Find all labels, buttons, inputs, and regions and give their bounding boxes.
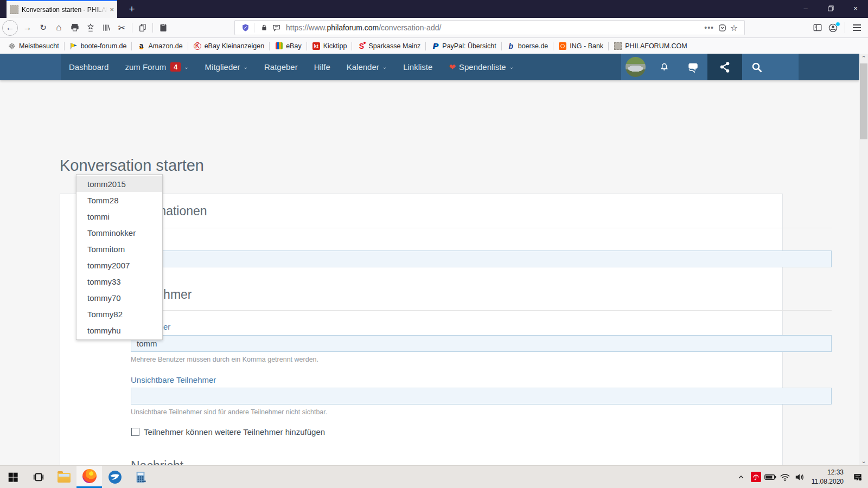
system-tray: 12:33 11.08.2020 — [734, 466, 868, 488]
invisible-participants-input[interactable] — [131, 388, 832, 404]
calculator-button[interactable] — [127, 466, 153, 488]
back-icon[interactable]: ← — [2, 20, 18, 36]
nav-item-label: Hilfe — [314, 62, 330, 72]
bookmark-label: Amazon.de — [148, 42, 182, 50]
start-button[interactable] — [0, 466, 25, 488]
bookmark-star-icon[interactable]: ☆ — [728, 22, 740, 34]
nav-item-linkliste[interactable]: Linkliste — [395, 54, 441, 80]
browser-toolbar: ←→↻⌂✂ https://www.philaforum.com/convers… — [0, 18, 868, 38]
taskbar-clock[interactable]: 12:33 11.08.2020 — [812, 468, 844, 485]
bell-icon[interactable] — [650, 54, 679, 80]
nav-item-ratgeber[interactable]: Ratgeber — [256, 54, 306, 80]
autocomplete-item[interactable]: tommyhu — [76, 322, 162, 338]
share-icon[interactable] — [707, 54, 742, 80]
sidebar-icon[interactable] — [809, 20, 825, 36]
ebay-k-icon: K — [193, 42, 202, 50]
nav-item-hilfe[interactable]: Hilfe — [306, 54, 339, 80]
nav-item-mitglieder[interactable]: Mitglieder⌄ — [197, 54, 256, 80]
bookmark-item[interactable]: bboerse.de — [503, 40, 552, 52]
tab-close-icon[interactable]: × — [110, 5, 114, 14]
scrollbar-up-icon[interactable]: ⌃ — [859, 54, 868, 62]
subject-input[interactable] — [131, 251, 832, 267]
page-actions-icon[interactable]: ••• — [704, 23, 714, 32]
address-bar[interactable]: https://www.philaforum.com/conversation-… — [234, 20, 745, 35]
restore-button[interactable] — [818, 0, 843, 17]
nav-item-label: zum Forum — [125, 62, 166, 72]
heart-icon: ❤ — [449, 62, 456, 72]
bookmark-item[interactable]: ING - Bank — [555, 40, 607, 52]
autocomplete-item[interactable]: tomm2015 — [76, 176, 162, 192]
permissions-icon[interactable] — [270, 22, 282, 34]
minimize-button[interactable]: – — [793, 0, 818, 17]
forward-icon[interactable]: → — [20, 20, 35, 36]
autocomplete-item[interactable]: Tommitom — [76, 241, 162, 257]
autocomplete-item[interactable]: tommy33 — [76, 273, 162, 290]
invisible-participants-label: Unsichtbare Teilnehmer — [131, 375, 216, 384]
notification-center-icon[interactable] — [850, 472, 865, 483]
bookmark-item[interactable]: ktKicktipp — [309, 40, 350, 52]
bookmark-item[interactable]: SSparkasse Mainz — [354, 40, 424, 52]
sparkasse-icon: S — [357, 42, 366, 50]
paste-icon[interactable] — [155, 20, 171, 36]
nav-item-label: Kalender — [347, 62, 379, 72]
bookmark-item[interactable]: Meistbesucht — [4, 40, 62, 52]
home-icon[interactable]: ⌂ — [51, 20, 67, 36]
taskbar-apps — [0, 466, 153, 488]
task-view-button[interactable] — [25, 466, 51, 488]
battery-icon[interactable] — [763, 472, 778, 482]
toolbar-right-controls — [809, 18, 865, 37]
autocomplete-item[interactable]: Tomm28 — [76, 192, 162, 208]
url-text[interactable]: https://www.philaforum.com/conversation-… — [286, 23, 702, 32]
copy-icon[interactable] — [135, 20, 150, 36]
print-icon[interactable] — [67, 20, 82, 36]
nav-item-dashboard[interactable]: Dashboard — [61, 54, 117, 80]
chevron-down-icon: ⌄ — [509, 64, 514, 70]
avira-icon[interactable] — [749, 472, 763, 482]
user-avatar[interactable] — [621, 54, 650, 80]
menu-icon[interactable] — [849, 20, 865, 36]
firefox-button[interactable] — [76, 466, 102, 488]
tracking-shield-icon[interactable] — [239, 22, 251, 34]
thunderbird-button[interactable] — [102, 466, 127, 488]
comments-icon[interactable] — [679, 54, 707, 80]
autocomplete-item[interactable]: tommy70 — [76, 290, 162, 306]
autocomplete-item[interactable]: Tommy82 — [76, 306, 162, 322]
close-button[interactable]: × — [843, 0, 868, 17]
new-tab-button[interactable]: + — [124, 0, 140, 18]
autocomplete-item[interactable]: tommi — [76, 208, 162, 224]
library-icon[interactable] — [98, 20, 114, 36]
nav-item-zum-forum[interactable]: zum Forum4⌄ — [117, 54, 196, 80]
bookmark-item[interactable]: PHILAFORUM.COM — [610, 40, 691, 52]
bookmark-item[interactable]: eBay — [271, 40, 305, 52]
browser-tab[interactable]: Konversation starten - PHILAFO × — [7, 0, 117, 18]
volume-icon[interactable] — [793, 472, 807, 482]
lock-icon[interactable] — [258, 22, 270, 34]
reload-icon[interactable]: ↻ — [35, 20, 51, 36]
scrollbar-down-icon[interactable]: ⌄ — [859, 457, 868, 465]
bookmark-page-icon[interactable] — [82, 20, 98, 36]
scrollbar-thumb[interactable] — [860, 63, 867, 139]
pocket-icon[interactable] — [716, 22, 728, 34]
nav-item-spendenliste[interactable]: ❤Spendenliste⌄ — [441, 54, 522, 80]
autocomplete-item[interactable]: tommy2007 — [76, 257, 162, 273]
add-participants-checkbox[interactable] — [131, 428, 139, 436]
page-viewport: Dashboardzum Forum4⌄Mitglieder⌄RatgeberH… — [0, 54, 859, 465]
search-icon[interactable] — [742, 54, 771, 80]
bookmark-item[interactable]: boote-forum.de — [66, 40, 130, 52]
bookmark-item[interactable]: KeBay Kleinanzeigen — [190, 40, 268, 52]
chevron-up-icon[interactable] — [734, 472, 749, 482]
bookmark-label: Kicktipp — [323, 42, 347, 50]
cut-icon[interactable]: ✂ — [114, 20, 130, 36]
account-icon[interactable] — [825, 20, 841, 36]
file-explorer-button[interactable] — [51, 466, 76, 488]
conversation-form-card: Informationen Betreff Teilnehmer Teilneh… — [60, 194, 783, 465]
wifi-icon[interactable] — [778, 472, 793, 482]
nav-item-label: Ratgeber — [264, 62, 298, 72]
autocomplete-item[interactable]: Tomminokker — [76, 224, 162, 241]
bookmark-item[interactable]: aAmazon.de — [133, 40, 186, 52]
nav-item-kalender[interactable]: Kalender⌄ — [339, 54, 395, 80]
browser-toolbar-icons: ←→↻⌂✂ — [2, 18, 171, 37]
participants-input[interactable]: tomm — [131, 335, 832, 352]
browser-scrollbar[interactable]: ⌃ ⌄ — [859, 54, 868, 465]
bookmark-item[interactable]: PPayPal: Übersicht — [427, 40, 499, 52]
